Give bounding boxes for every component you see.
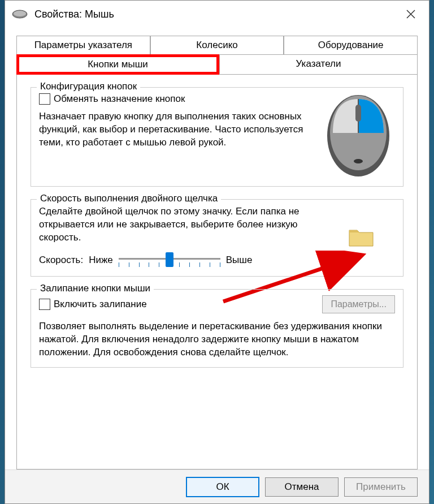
mouse-properties-dialog: Свойства: Мышь Параметры указателя Колес… (5, 0, 429, 504)
close-icon (406, 10, 415, 19)
tab-wheel[interactable]: Колесико (150, 36, 284, 54)
mouse-illustration (322, 93, 395, 178)
legend-doubleclick: Скорость выполнения двойного щелчка (37, 193, 221, 204)
close-button[interactable] (400, 3, 422, 25)
tab-pointers[interactable]: Указатели (219, 54, 418, 75)
fieldset-doubleclick-speed: Скорость выполнения двойного щелчка Сдел… (31, 199, 403, 277)
slider-thumb[interactable] (166, 252, 173, 267)
checkbox-swap-buttons[interactable] (39, 93, 50, 105)
apply-button: Применить (344, 477, 418, 497)
desc-clicklock: Позволяет выполнять выделение и перетаск… (39, 320, 395, 359)
folder-test-icon[interactable] (347, 225, 375, 248)
label-clicklock: Включить залипание (54, 299, 147, 310)
label-swap-buttons: Обменять назначение кнопок (54, 93, 185, 105)
window-title: Свойства: Мышь (34, 8, 400, 20)
checkbox-clicklock[interactable] (39, 299, 50, 310)
clicklock-settings-button: Параметры... (322, 295, 395, 313)
label-speed: Скорость: (39, 255, 83, 266)
label-slow: Ниже (89, 255, 113, 266)
tab-buttons[interactable]: Кнопки мыши (16, 54, 219, 75)
tab-panel-buttons: Конфигурация кнопок Обменять назначение … (16, 75, 418, 469)
fieldset-button-config: Конфигурация кнопок Обменять назначение … (31, 87, 403, 187)
legend-clicklock: Залипание кнопки мыши (37, 283, 154, 294)
desc-doubleclick: Сделайте двойной щелчок по этому значку.… (39, 205, 318, 244)
mouse-icon (12, 10, 28, 19)
svg-point-6 (354, 159, 363, 163)
cancel-button[interactable]: Отмена (265, 477, 338, 497)
dialog-footer: ОК Отмена Применить (5, 469, 429, 503)
tab-pointer-options[interactable]: Параметры указателя (16, 36, 150, 54)
dialog-content: Параметры указателя Колесико Оборудовани… (5, 28, 429, 469)
tab-hardware[interactable]: Оборудование (284, 36, 418, 54)
tabs: Параметры указателя Колесико Оборудовани… (16, 36, 418, 75)
desc-swap-buttons: Назначает правую кнопку для выполнения т… (39, 110, 313, 149)
legend-button-config: Конфигурация кнопок (37, 81, 140, 92)
titlebar: Свойства: Мышь (5, 1, 429, 28)
fieldset-clicklock: Залипание кнопки мыши Включить залипание… (31, 289, 403, 368)
svg-rect-5 (355, 105, 361, 122)
slider-doubleclick-speed[interactable] (119, 252, 220, 268)
label-fast: Выше (226, 255, 253, 266)
ok-button[interactable]: ОК (186, 477, 259, 497)
svg-point-1 (14, 11, 26, 16)
